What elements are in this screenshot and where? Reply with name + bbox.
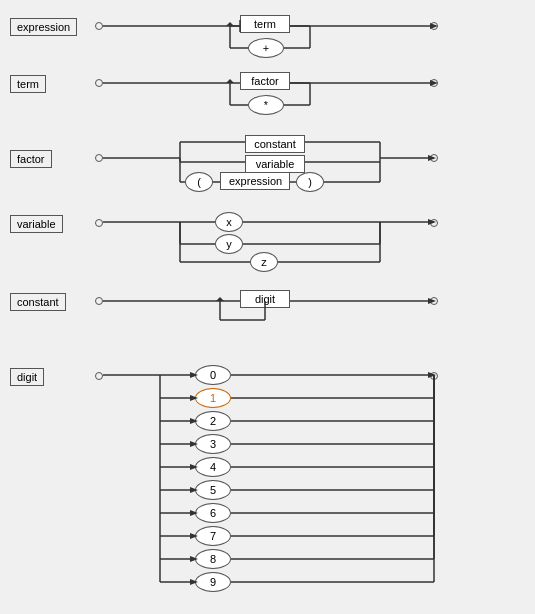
digit-5-node: 5 xyxy=(195,480,231,500)
factor-start-dot xyxy=(95,154,103,162)
rule-constant: constant xyxy=(10,293,66,311)
factor-rparen-node: ) xyxy=(296,172,324,192)
svg-marker-10 xyxy=(226,22,234,26)
variable-end-dot xyxy=(430,219,438,227)
term-start-dot xyxy=(95,79,103,87)
rule-expression: expression xyxy=(10,18,77,36)
digit-8-node: 8 xyxy=(195,549,231,569)
expr-end-dot xyxy=(430,22,438,30)
rule-digit: digit xyxy=(10,368,44,386)
svg-marker-55 xyxy=(216,297,224,301)
rule-variable: variable xyxy=(10,215,63,233)
digit-9-node: 9 xyxy=(195,572,231,592)
constant-digit-node: digit xyxy=(240,290,290,308)
rule-term: term xyxy=(10,75,46,93)
digit-2-node: 2 xyxy=(195,411,231,431)
digit-1-node: 1 xyxy=(195,388,231,408)
term-end-dot xyxy=(430,79,438,87)
svg-marker-19 xyxy=(226,79,234,83)
expr-term-node: term xyxy=(240,15,290,33)
term-star-node: * xyxy=(248,95,284,115)
variable-y-node: y xyxy=(215,234,243,254)
constant-end-dot xyxy=(430,297,438,305)
digit-3-node: 3 xyxy=(195,434,231,454)
factor-expression-node: expression xyxy=(220,172,290,190)
digit-7-node: 7 xyxy=(195,526,231,546)
railroad-diagram: expression term + term factor * factor c… xyxy=(0,0,535,614)
digit-6-node: 6 xyxy=(195,503,231,523)
term-factor-node: factor xyxy=(240,72,290,90)
variable-z-node: z xyxy=(250,252,278,272)
rule-factor: factor xyxy=(10,150,52,168)
factor-lparen-node: ( xyxy=(185,172,213,192)
factor-end-dot xyxy=(430,154,438,162)
digit-0-node: 0 xyxy=(195,365,231,385)
variable-x-node: x xyxy=(215,212,243,232)
digit-end-dot xyxy=(430,372,438,380)
expr-plus-node: + xyxy=(248,38,284,58)
digit-4-node: 4 xyxy=(195,457,231,477)
factor-constant-node: constant xyxy=(245,135,305,153)
expr-start-dot xyxy=(95,22,103,30)
constant-start-dot xyxy=(95,297,103,305)
variable-start-dot xyxy=(95,219,103,227)
digit-start-dot xyxy=(95,372,103,380)
factor-variable-node: variable xyxy=(245,155,305,173)
